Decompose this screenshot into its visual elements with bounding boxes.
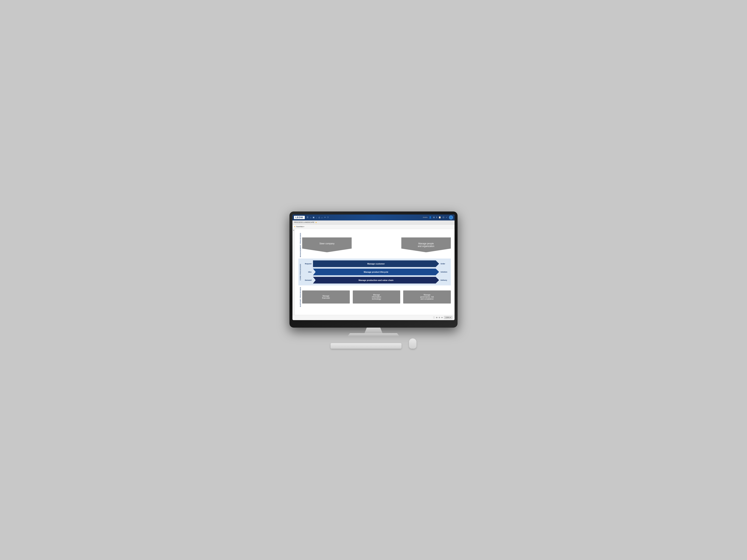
favorites-bar: ★ Favorites ▾ <box>292 224 455 229</box>
bottom-controls: ⛶ ⊞ ⊟ ⊕ 130% ▾ <box>433 316 452 319</box>
save-icon[interactable]: ▣ <box>313 216 314 219</box>
steer-company-label: Steer company <box>319 241 334 245</box>
support-it-box[interactable]: Manage information technology <box>353 290 401 303</box>
core-right-order: Order <box>441 263 451 265</box>
core-left-idea: Idea <box>302 271 311 273</box>
info-icon[interactable]: ℹ <box>436 216 437 219</box>
favorites-label: Favorites <box>296 226 303 228</box>
view-grid-icon[interactable]: ⊞ <box>436 317 438 318</box>
steer-company-box[interactable]: Steer company <box>302 237 352 252</box>
group-icon[interactable]: 👤 <box>429 216 432 219</box>
diagram-area: MANAGEMENT PROCESSES Steer company Manag… <box>295 229 455 315</box>
star-icon: ★ <box>294 226 295 228</box>
app-logo: LEONI <box>294 216 305 219</box>
home-icon[interactable]: ⌂ <box>310 216 311 219</box>
print-icon[interactable]: ⎙ <box>318 216 320 219</box>
top-navbar: LEONI ☰ ⌂ ▣ ↓ ⎙ ⌕ ✂ ? EN/EN 👤 ⊞ <box>292 214 455 220</box>
manage-production-label: Manage production and value chain <box>359 279 393 281</box>
support-label: SUPPORT PROCESSES <box>299 287 302 307</box>
stand-neck <box>362 328 385 333</box>
breadcrumb: PROCESS LANDSCAPE <box>294 221 314 223</box>
management-section: MANAGEMENT PROCESSES Steer company Manag… <box>299 233 451 257</box>
breadcrumb-bar: PROCESS LANDSCAPE ★ <box>292 220 455 224</box>
avatar[interactable]: 👤 <box>449 215 453 219</box>
core-section: CORE PROCESSES Request Manage customer O… <box>299 259 451 286</box>
box-icon[interactable]: ⊡ <box>443 216 444 219</box>
core-right-delivery: Delivery <box>441 279 451 281</box>
manage-lifecycle-label: Manage product lifecycle <box>364 271 388 273</box>
core-right-solution: Solution <box>441 271 451 273</box>
support-financials-label: Manage financials <box>322 295 330 299</box>
monitor-stand <box>289 328 458 337</box>
support-governance-box[interactable]: Manage governance, risk and compliance <box>403 290 451 303</box>
scissors-icon[interactable]: ✂ <box>324 216 326 219</box>
bottom-bar: ⛶ ⊞ ⊟ ⊕ 130% ▾ <box>292 315 455 320</box>
menu-icon[interactable]: ☰ <box>307 216 309 219</box>
support-financials-box[interactable]: Manage financials <box>302 290 350 303</box>
support-it-label: Manage information technology <box>372 294 381 300</box>
zoom-value: 130% <box>445 317 449 318</box>
sidebar <box>292 229 295 315</box>
manage-customer-arrow[interactable]: Manage customer <box>313 260 439 267</box>
zoom-level[interactable]: 130% ▾ <box>444 316 452 319</box>
search-icon[interactable]: ⌕ <box>321 216 323 219</box>
management-boxes: Steer company Manage people and organiza… <box>302 233 451 257</box>
sidebar-scrollbar[interactable] <box>293 230 294 231</box>
manage-lifecycle-arrow[interactable]: Manage product lifecycle <box>313 269 439 275</box>
help-icon[interactable]: ? <box>327 216 329 219</box>
core-left-demand: Demand <box>302 279 311 281</box>
manage-people-box[interactable]: Manage people and organization <box>401 237 451 252</box>
core-row-production: Demand Manage production and value chain… <box>302 277 451 284</box>
core-row-lifecycle: Idea Manage product lifecycle Solution <box>302 269 451 275</box>
favorites-dropdown-icon[interactable]: ▾ <box>304 226 304 228</box>
locale-text: EN/EN <box>423 216 428 218</box>
support-section: SUPPORT PROCESSES Manage financials Mana… <box>299 287 451 307</box>
check-icon[interactable]: ✓ <box>446 216 447 219</box>
clipboard-icon[interactable]: 📋 <box>438 216 441 219</box>
support-boxes: Manage financials Manage information tec… <box>302 287 451 307</box>
download-icon[interactable]: ↓ <box>316 216 317 219</box>
manage-people-label: Manage people and organization <box>418 241 434 247</box>
keyboard <box>331 343 402 349</box>
support-governance-label: Manage governance, risk and compliance <box>420 294 434 300</box>
toolbar-icons: ☰ ⌂ ▣ ↓ ⎙ ⌕ ✂ ? <box>307 216 329 219</box>
manage-customer-label: Manage customer <box>367 263 385 265</box>
manage-production-arrow[interactable]: Manage production and value chain <box>313 277 439 284</box>
core-row-customer: Request Manage customer Order <box>302 260 451 267</box>
grid-icon[interactable]: ⊞ <box>433 216 435 219</box>
core-left-request: Request <box>302 263 311 265</box>
mouse <box>409 339 416 349</box>
core-content: Request Manage customer Order Idea <box>302 260 451 284</box>
fullscreen-icon[interactable]: ⛶ <box>433 317 435 318</box>
management-label: MANAGEMENT PROCESSES <box>299 233 302 257</box>
stand-base <box>347 333 400 337</box>
core-label: CORE PROCESSES <box>299 260 302 284</box>
favorite-star-icon[interactable]: ★ <box>315 221 317 223</box>
desk-items <box>289 339 458 349</box>
topbar-right: EN/EN 👤 ⊞ ℹ 📋 ⊡ ✓ 👤 <box>423 215 453 219</box>
view-box-icon[interactable]: ⊟ <box>439 317 440 318</box>
main-area: MANAGEMENT PROCESSES Steer company Manag… <box>292 229 455 315</box>
zoom-icon[interactable]: ⊕ <box>441 317 443 318</box>
